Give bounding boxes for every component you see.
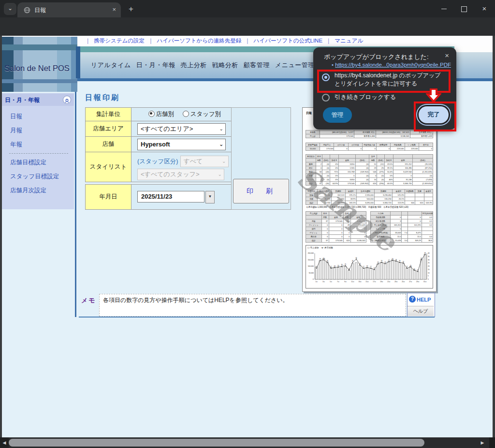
- svg-text:18: 18: [334, 265, 335, 267]
- svg-text:25: 25: [428, 262, 430, 264]
- scrollbar-thumb[interactable]: [9, 439, 424, 447]
- preview-goal-line: 今月目標額 1,000,000 今月末予想金額 3,366,720 (+366,…: [306, 206, 408, 208]
- sidebar-item[interactable]: 日報: [2, 110, 74, 124]
- svg-text:17: 17: [330, 266, 332, 268]
- svg-text:30: 30: [421, 258, 422, 260]
- chevron-down-icon: ⌄: [219, 139, 223, 150]
- tab-close-icon[interactable]: ×: [112, 6, 116, 13]
- block-option-label[interactable]: 引き続きブロックする: [335, 93, 396, 101]
- svg-text:35: 35: [428, 256, 430, 258]
- memo-box: 各項目の数字の見方や操作手順についてはHELPを参照してください。: [99, 294, 406, 317]
- svg-text:17: 17: [363, 266, 364, 268]
- radio-selected-icon: [148, 111, 155, 117]
- manage-button[interactable]: 管理: [323, 107, 352, 123]
- scroll-left-arrow-icon[interactable]: ◀: [0, 437, 9, 448]
- window-minimize-button[interactable]: [434, 0, 453, 17]
- tab-search-button[interactable]: ⌄: [4, 3, 16, 15]
- date-input[interactable]: 2025/11/23: [137, 191, 204, 202]
- link-separator: ｜: [85, 38, 90, 43]
- date-dropdown-button[interactable]: ▼: [205, 191, 215, 203]
- window-close-button[interactable]: ×: [475, 0, 494, 17]
- screenshot-root: ⌄ 日報 × + × ← → ↻ by4.salondenet.jp/snpos…: [0, 0, 495, 448]
- sidebar-item[interactable]: 店舗目標設定: [2, 156, 74, 170]
- svg-text:15: 15: [428, 269, 430, 271]
- svg-text:13日: 13日: [358, 281, 361, 283]
- chevron-down-icon: ⌄: [219, 124, 223, 134]
- svg-text:5日: 5日: [330, 281, 332, 283]
- svg-text:100,000: 100,000: [308, 265, 314, 267]
- shop-select[interactable]: Hypersoft⌄: [137, 139, 226, 150]
- sidebar-separator: [75, 92, 76, 317]
- svg-text:26: 26: [381, 260, 383, 262]
- svg-text:14: 14: [413, 268, 415, 270]
- svg-text:0: 0: [313, 278, 314, 280]
- utility-link[interactable]: 携帯システムの設定: [94, 38, 145, 43]
- horizontal-scrollbar[interactable]: ◀ ▶: [0, 437, 495, 448]
- report-mini-table: 来店区分本日当月組数(指名)指名率金額(指名)組数(指名)指名率金額(指名)新規…: [306, 154, 433, 186]
- sidebar-item[interactable]: 月報: [2, 124, 74, 138]
- shop-label: 店舗: [86, 137, 131, 152]
- nav-item[interactable]: リアルタイム: [91, 61, 131, 70]
- radio-block-unselected-icon[interactable]: [322, 94, 330, 101]
- scroll-right-arrow-icon[interactable]: ▶: [476, 437, 489, 448]
- svg-text:5: 5: [428, 275, 429, 277]
- nav-item[interactable]: 日・月・年報: [136, 61, 175, 70]
- svg-text:14: 14: [348, 268, 350, 270]
- utility-link[interactable]: ハイパーソフトの公式LINE: [254, 38, 322, 43]
- help-link[interactable]: ? HELP: [408, 293, 435, 306]
- report-preview: 日報（店舗別） 2025年11月23日 来客数(組5,067)(指140) 5,…: [302, 107, 437, 292]
- svg-text:11日: 11日: [351, 281, 354, 283]
- memo-label: メモ: [81, 296, 96, 305]
- dialog-title: ポップアップがブロックされました:: [324, 53, 429, 61]
- new-tab-button[interactable]: +: [126, 4, 136, 14]
- brand-logo-text: Salon de Net POS: [4, 64, 70, 73]
- print-button[interactable]: 印 刷: [233, 179, 289, 203]
- sidebar-item[interactable]: 店舗月次設定: [2, 184, 74, 198]
- window-right-edge: [493, 36, 495, 437]
- sidebar-item[interactable]: 年報: [2, 138, 74, 152]
- help-button[interactable]: ヘルプ: [408, 306, 434, 316]
- nav-item[interactable]: 戦略分析: [212, 61, 238, 70]
- radio-by-staff[interactable]: スタッフ別: [183, 111, 221, 117]
- svg-text:12: 12: [417, 269, 419, 271]
- dialog-close-icon[interactable]: ×: [445, 51, 449, 59]
- chevron-down-icon: ⌄: [218, 169, 222, 180]
- svg-text:30: 30: [323, 258, 325, 260]
- radio-unselected-icon: [183, 111, 189, 117]
- help-widget: ? HELP ヘルプ: [407, 293, 435, 317]
- svg-text:19: 19: [410, 265, 412, 267]
- scrollbar-corner: [489, 437, 495, 448]
- radio-by-shop[interactable]: 店舗別: [148, 111, 175, 117]
- browser-tab[interactable]: 日報 ×: [17, 2, 121, 17]
- utility-link[interactable]: ハイパーソフトからの連絡先登録: [157, 38, 241, 43]
- collapse-chevrons-icon[interactable]: [63, 96, 71, 104]
- nav-item[interactable]: 顧客管理: [244, 61, 270, 70]
- window-maximize-button[interactable]: [454, 0, 474, 17]
- svg-text:17: 17: [406, 266, 408, 268]
- blocked-pdf-link[interactable]: • https://by4.salonde...0para3pmh0yqn0ei…: [332, 62, 451, 68]
- svg-text:27日: 27日: [409, 281, 412, 283]
- report-mini-table: その他平均(30日間)予約取得数000.3紹介取得数300.5売上金額(税抜)1…: [370, 211, 433, 243]
- sidebar-item[interactable]: スタッフ目標設定: [2, 170, 74, 184]
- preview-chart: ▢ 売上金額 -●- 来店組数200,000150,000100,00050,0…: [306, 245, 433, 289]
- svg-text:24: 24: [384, 261, 386, 263]
- nav-item[interactable]: 売上分析: [181, 61, 207, 70]
- svg-text:20: 20: [341, 264, 343, 266]
- annotation-arrow-down-icon: [426, 88, 441, 104]
- svg-text:18: 18: [366, 265, 368, 267]
- utility-link[interactable]: マニュアル: [335, 38, 363, 43]
- nav-item[interactable]: メニュー管理: [275, 61, 315, 70]
- link-separator: ｜: [326, 38, 331, 43]
- svg-text:26: 26: [352, 260, 354, 262]
- svg-text:22: 22: [359, 263, 361, 265]
- link-separator: ｜: [148, 38, 153, 43]
- unit-label: 集計単位: [86, 108, 131, 121]
- svg-text:29: 29: [392, 258, 393, 260]
- report-form: 集計単位 店舗別 スタッフ別 店舗エリア <すべてのエリア>⌄ 店舗 Hyper…: [85, 107, 233, 182]
- svg-text:15: 15: [374, 267, 376, 269]
- svg-text:26: 26: [327, 260, 329, 262]
- stylist-label: スタイリスト: [86, 152, 131, 182]
- svg-text:17: 17: [316, 266, 318, 268]
- report-mini-table: 釣銭準備金現金売上小口入金小口出金現金預金入金雑費金額現金残高レジ残高過不足50…: [306, 143, 433, 151]
- area-select[interactable]: <すべてのエリア>⌄: [137, 123, 226, 135]
